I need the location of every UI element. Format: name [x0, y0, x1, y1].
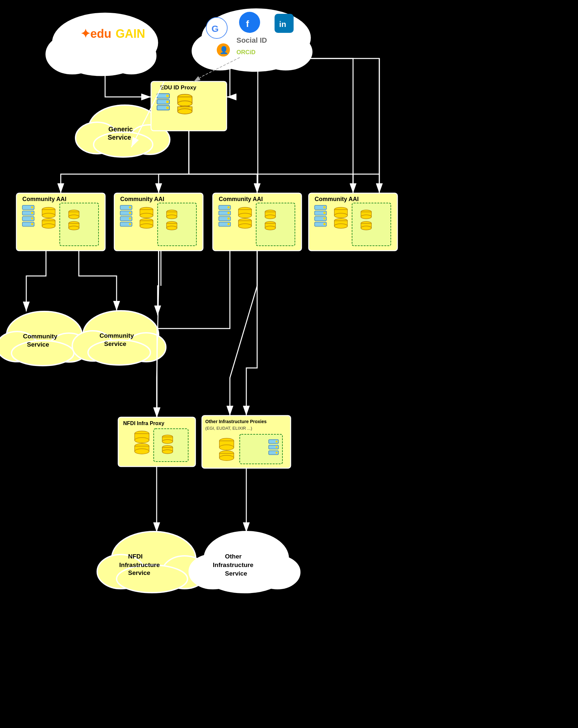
svg-point-30	[49, 333, 89, 362]
svg-rect-175	[202, 416, 291, 468]
svg-rect-82	[42, 221, 55, 226]
svg-point-42	[162, 556, 207, 589]
svg-text:(EGI, EUDAT, ELIXIR ...): (EGI, EUDAT, ELIXIR ...)	[205, 426, 252, 431]
svg-rect-139	[315, 205, 326, 210]
svg-point-159	[361, 226, 371, 230]
svg-point-22	[89, 105, 161, 151]
svg-point-172	[162, 445, 173, 449]
generic-service-cloud: Generic Service	[76, 105, 170, 157]
edugain-cloud: ✦edu GAIN	[46, 13, 158, 76]
svg-point-133	[265, 215, 275, 219]
svg-point-190	[275, 452, 278, 454]
svg-point-10	[259, 34, 312, 70]
svg-point-183	[219, 455, 234, 461]
svg-point-136	[265, 226, 275, 230]
svg-rect-68	[17, 193, 105, 251]
svg-point-131	[265, 210, 275, 214]
svg-point-87	[69, 215, 79, 219]
svg-rect-130	[256, 203, 295, 246]
svg-point-110	[166, 215, 177, 219]
svg-point-24	[129, 125, 170, 154]
svg-point-181	[219, 451, 234, 456]
svg-point-88	[69, 222, 79, 225]
svg-point-40	[112, 531, 196, 586]
svg-text:Service: Service	[104, 340, 126, 347]
svg-point-108	[166, 210, 177, 214]
svg-rect-128	[238, 221, 252, 226]
svg-text:Community AAI: Community AAI	[315, 196, 359, 202]
svg-point-43	[116, 565, 187, 593]
svg-point-3	[46, 34, 99, 74]
svg-text:Community AAI: Community AAI	[22, 196, 66, 202]
svg-point-23	[76, 122, 118, 154]
social-id-cloud: G f in Social ID 👤 ORCiD	[192, 9, 312, 71]
svg-point-67	[178, 109, 192, 114]
svg-rect-99	[120, 222, 132, 226]
svg-point-36	[126, 333, 166, 362]
svg-rect-58	[157, 100, 169, 104]
svg-point-9	[192, 32, 248, 70]
svg-point-2	[53, 13, 158, 72]
svg-point-103	[140, 213, 153, 218]
svg-point-71	[31, 206, 33, 209]
svg-point-90	[69, 226, 79, 230]
svg-rect-66	[178, 107, 192, 111]
svg-rect-102	[140, 210, 153, 215]
svg-point-61	[166, 106, 169, 109]
svg-rect-60	[157, 105, 169, 110]
community-aai-3-box: Community AAI	[213, 193, 301, 251]
svg-rect-125	[238, 210, 252, 215]
svg-point-14	[239, 12, 260, 33]
svg-rect-79	[42, 210, 55, 215]
svg-point-75	[31, 217, 33, 220]
svg-point-31	[11, 341, 74, 366]
svg-point-117	[228, 206, 230, 209]
svg-rect-151	[334, 221, 347, 226]
svg-text:Social ID: Social ID	[236, 36, 267, 44]
svg-rect-97	[120, 216, 132, 221]
svg-rect-86	[69, 212, 79, 217]
svg-rect-143	[315, 216, 326, 221]
svg-text:ORCiD: ORCiD	[236, 49, 256, 55]
svg-rect-173	[162, 447, 173, 452]
svg-rect-132	[265, 212, 275, 217]
svg-text:Other: Other	[225, 553, 242, 560]
community-service-2-cloud: Community Service	[72, 311, 166, 365]
svg-rect-166	[135, 446, 149, 451]
svg-point-124	[238, 207, 252, 212]
svg-rect-112	[166, 224, 177, 228]
svg-point-100	[129, 223, 131, 225]
svg-point-57	[166, 95, 169, 97]
svg-rect-160	[118, 417, 195, 467]
svg-rect-116	[219, 205, 231, 210]
svg-text:Service: Service	[225, 570, 247, 577]
svg-point-171	[162, 440, 173, 443]
svg-point-29	[0, 332, 37, 362]
svg-point-78	[42, 207, 55, 212]
svg-text:Other Infrastructure Proxies: Other Infrastructure Proxies	[205, 419, 267, 424]
other-infra-proxy-box: Other Infrastructure Proxies (EGI, EUDAT…	[202, 416, 291, 468]
svg-text:Community AAI: Community AAI	[219, 196, 263, 202]
svg-point-142	[323, 212, 326, 214]
svg-point-140	[323, 206, 326, 209]
svg-rect-153	[352, 203, 391, 246]
svg-point-25	[94, 132, 153, 157]
svg-rect-163	[135, 434, 149, 440]
community-aai-1-box: Community AAI	[17, 193, 105, 251]
svg-rect-158	[361, 224, 371, 228]
svg-rect-70	[22, 205, 34, 210]
community-aai-2-box: Community AAI	[114, 193, 203, 251]
svg-point-165	[135, 443, 149, 449]
svg-point-81	[42, 218, 55, 223]
diagram-container: ✦edu GAIN G f in Social ID 👤 ORCiD	[0, 0, 578, 728]
svg-point-96	[129, 212, 131, 214]
svg-rect-105	[140, 221, 153, 226]
svg-point-8	[202, 9, 310, 67]
svg-point-37	[88, 340, 151, 365]
svg-point-59	[166, 101, 169, 103]
svg-point-11	[217, 44, 292, 71]
svg-point-134	[265, 222, 275, 225]
svg-point-147	[334, 207, 347, 212]
svg-point-174	[162, 450, 173, 454]
svg-rect-89	[69, 224, 79, 228]
